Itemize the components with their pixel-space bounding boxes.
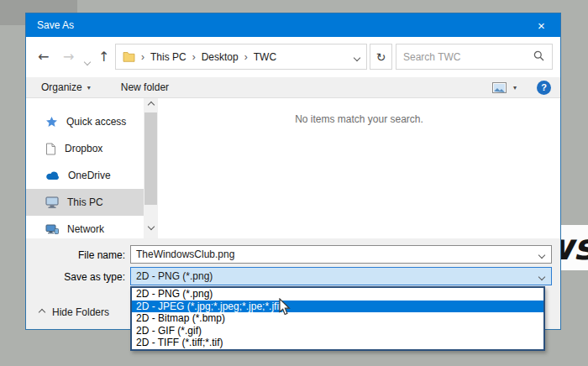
mouse-cursor bbox=[279, 298, 293, 319]
file-type-dropdown-list: 2D - PNG (*.png) 2D - JPEG (*.jpg;*.jpeg… bbox=[130, 286, 545, 351]
sidebar-scrollbar[interactable] bbox=[144, 98, 158, 238]
navigation-bar: ← → ↑ › This PC › Desktop › TWC ↻ bbox=[26, 37, 560, 77]
address-dropdown-icon[interactable] bbox=[354, 51, 360, 63]
sidebar-item-label: Network bbox=[67, 223, 104, 235]
hide-folders-label: Hide Folders bbox=[52, 306, 109, 318]
star-icon bbox=[45, 116, 58, 128]
dropdown-option-jpeg[interactable]: 2D - JPEG (*.jpg;*.jpeg;*.jpe;*.jfif) bbox=[132, 301, 543, 313]
file-list-area: No items match your search. bbox=[158, 98, 560, 238]
back-icon[interactable]: ← bbox=[38, 49, 49, 65]
scroll-down-icon[interactable] bbox=[144, 220, 158, 233]
chevron-up-icon bbox=[39, 309, 45, 316]
sidebar-item-onedrive[interactable]: OneDrive bbox=[26, 162, 144, 189]
save-as-dialog: Save As × ← → ↑ › This PC › Desktop › TW… bbox=[25, 13, 561, 330]
scroll-up-icon[interactable] bbox=[144, 98, 158, 112]
sidebar-item-label: This PC bbox=[67, 196, 103, 208]
title-bar[interactable]: Save As × bbox=[26, 13, 560, 37]
recent-locations-icon[interactable] bbox=[85, 55, 90, 67]
main-area: Quick access Dropbox OneDrive This PC bbox=[26, 98, 560, 238]
sidebar-item-label: Quick access bbox=[66, 116, 126, 128]
file-name-input[interactable]: TheWindowsClub.png bbox=[130, 245, 552, 264]
dropdown-option-tiff[interactable]: 2D - TIFF (*.tiff;*.tif) bbox=[132, 337, 543, 349]
breadcrumb-desktop[interactable]: Desktop bbox=[202, 51, 239, 63]
window-title: Save As bbox=[26, 19, 74, 31]
breadcrumb-separator: › bbox=[141, 51, 144, 63]
file-name-value: TheWindowsClub.png bbox=[131, 248, 539, 260]
forward-icon[interactable]: → bbox=[63, 49, 74, 65]
chevron-down-icon: ▾ bbox=[87, 84, 91, 92]
save-as-type-combobox[interactable]: 2D - PNG (*.png) bbox=[130, 267, 552, 285]
views-icon[interactable] bbox=[492, 82, 507, 93]
monitor-icon bbox=[45, 196, 59, 208]
search-box[interactable] bbox=[396, 44, 553, 70]
breadcrumb-separator: › bbox=[244, 51, 248, 63]
sidebar-item-label: OneDrive bbox=[68, 170, 111, 181]
address-bar[interactable]: › This PC › Desktop › TWC bbox=[115, 44, 367, 70]
organize-label: Organize bbox=[41, 81, 82, 93]
sidebar-item-dropbox[interactable]: Dropbox bbox=[26, 135, 144, 162]
folder-icon bbox=[123, 51, 135, 62]
search-icon[interactable] bbox=[533, 50, 544, 64]
chevron-down-icon[interactable] bbox=[539, 270, 544, 282]
new-folder-label: New folder bbox=[121, 81, 169, 93]
network-icon bbox=[45, 224, 59, 234]
new-folder-button[interactable]: New folder bbox=[121, 81, 169, 93]
save-as-type-label: Save as type: bbox=[26, 271, 125, 283]
dropdown-option-png[interactable]: 2D - PNG (*.png) bbox=[132, 288, 543, 301]
up-icon[interactable]: ↑ bbox=[98, 49, 109, 65]
views-dropdown-icon[interactable]: ▾ bbox=[513, 84, 517, 92]
breadcrumb-separator: › bbox=[192, 51, 196, 63]
cloud-icon bbox=[45, 171, 60, 180]
help-icon[interactable]: ? bbox=[537, 81, 551, 95]
file-name-label: File name: bbox=[26, 249, 125, 261]
search-input[interactable] bbox=[396, 51, 533, 63]
sidebar-item-this-pc[interactable]: This PC bbox=[26, 189, 144, 216]
hide-folders-button[interactable]: Hide Folders bbox=[39, 306, 109, 318]
dropdown-option-gif[interactable]: 2D - GIF (*.gif) bbox=[132, 325, 543, 337]
empty-message: No items match your search. bbox=[295, 113, 423, 125]
navigation-pane: Quick access Dropbox OneDrive This PC bbox=[26, 98, 144, 238]
chevron-down-icon[interactable] bbox=[539, 248, 544, 260]
organize-button[interactable]: Organize ▾ bbox=[41, 81, 91, 93]
breadcrumb-this-pc[interactable]: This PC bbox=[150, 51, 186, 63]
command-bar: Organize ▾ New folder ▾ ? bbox=[26, 77, 560, 98]
sidebar-item-quick-access[interactable]: Quick access bbox=[26, 108, 144, 135]
sidebar-item-label: Dropbox bbox=[65, 143, 102, 154]
close-icon[interactable]: × bbox=[522, 13, 560, 37]
refresh-icon[interactable]: ↻ bbox=[370, 44, 392, 70]
scrollbar-thumb[interactable] bbox=[144, 112, 157, 205]
breadcrumb-twc[interactable]: TWC bbox=[254, 51, 276, 63]
save-as-type-value: 2D - PNG (*.png) bbox=[131, 270, 539, 282]
dropdown-option-bitmap[interactable]: 2D - Bitmap (*.bmp) bbox=[132, 312, 543, 325]
page-icon bbox=[45, 143, 56, 155]
